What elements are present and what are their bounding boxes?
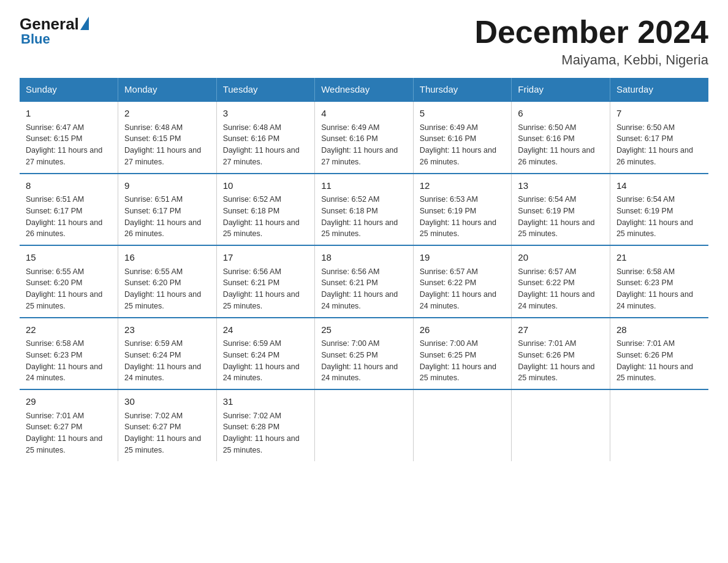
calendar-cell-2-3: 10Sunrise: 6:52 AMSunset: 6:18 PMDayligh… (216, 174, 315, 246)
calendar-cell-4-7: 28Sunrise: 7:01 AMSunset: 6:26 PMDayligh… (610, 318, 708, 390)
calendar-week-4: 22Sunrise: 6:58 AMSunset: 6:23 PMDayligh… (20, 318, 708, 390)
day-number: 15 (26, 251, 112, 265)
day-number: 29 (26, 395, 112, 409)
day-number: 8 (26, 179, 112, 193)
calendar-cell-5-5 (413, 389, 512, 461)
day-info: Sunrise: 6:55 AMSunset: 6:20 PMDaylight:… (124, 266, 210, 312)
calendar-cell-4-3: 24Sunrise: 6:59 AMSunset: 6:24 PMDayligh… (216, 318, 315, 390)
calendar-cell-4-4: 25Sunrise: 7:00 AMSunset: 6:25 PMDayligh… (315, 318, 414, 390)
calendar-cell-2-1: 8Sunrise: 6:51 AMSunset: 6:17 PMDaylight… (20, 174, 118, 246)
day-number: 24 (223, 323, 309, 337)
calendar-cell-5-1: 29Sunrise: 7:01 AMSunset: 6:27 PMDayligh… (20, 389, 118, 461)
day-info: Sunrise: 6:51 AMSunset: 6:17 PMDaylight:… (124, 194, 210, 240)
day-number: 27 (518, 323, 604, 337)
day-info: Sunrise: 6:48 AMSunset: 6:16 PMDaylight:… (223, 122, 309, 168)
day-number: 1 (26, 107, 112, 121)
day-info: Sunrise: 6:54 AMSunset: 6:19 PMDaylight:… (616, 194, 702, 240)
calendar-week-3: 15Sunrise: 6:55 AMSunset: 6:20 PMDayligh… (20, 245, 708, 318)
calendar-cell-2-5: 12Sunrise: 6:53 AMSunset: 6:19 PMDayligh… (413, 174, 512, 246)
calendar-title: December 2024 (474, 15, 708, 50)
header-thursday: Thursday (413, 78, 512, 101)
calendar-cell-1-3: 3Sunrise: 6:48 AMSunset: 6:16 PMDaylight… (216, 101, 315, 174)
header-wednesday: Wednesday (315, 78, 414, 101)
calendar-cell-1-7: 7Sunrise: 6:50 AMSunset: 6:17 PMDaylight… (610, 101, 708, 174)
day-info: Sunrise: 6:49 AMSunset: 6:16 PMDaylight:… (420, 122, 506, 168)
calendar-cell-1-5: 5Sunrise: 6:49 AMSunset: 6:16 PMDaylight… (413, 101, 512, 174)
day-number: 18 (321, 251, 407, 265)
day-number: 4 (321, 107, 407, 121)
day-number: 30 (124, 395, 210, 409)
day-number: 17 (223, 251, 309, 265)
day-number: 2 (124, 107, 210, 121)
day-number: 14 (616, 179, 702, 193)
page-header: General Blue December 2024 Maiyama, Kebb… (20, 15, 708, 68)
day-info: Sunrise: 6:57 AMSunset: 6:22 PMDaylight:… (420, 266, 506, 312)
day-number: 19 (420, 251, 506, 265)
day-info: Sunrise: 6:53 AMSunset: 6:19 PMDaylight:… (420, 194, 506, 240)
calendar-cell-1-6: 6Sunrise: 6:50 AMSunset: 6:16 PMDaylight… (512, 101, 610, 174)
calendar-cell-4-1: 22Sunrise: 6:58 AMSunset: 6:23 PMDayligh… (20, 318, 118, 390)
logo: General Blue (20, 15, 89, 47)
day-info: Sunrise: 6:59 AMSunset: 6:24 PMDaylight:… (124, 338, 210, 384)
calendar-cell-3-4: 18Sunrise: 6:56 AMSunset: 6:21 PMDayligh… (315, 245, 414, 318)
day-info: Sunrise: 6:52 AMSunset: 6:18 PMDaylight:… (223, 194, 309, 240)
day-info: Sunrise: 6:56 AMSunset: 6:21 PMDaylight:… (321, 266, 407, 312)
calendar-table: SundayMondayTuesdayWednesdayThursdayFrid… (20, 78, 708, 461)
title-block: December 2024 Maiyama, Kebbi, Nigeria (474, 15, 708, 68)
calendar-cell-3-7: 21Sunrise: 6:58 AMSunset: 6:23 PMDayligh… (610, 245, 708, 318)
calendar-cell-3-3: 17Sunrise: 6:56 AMSunset: 6:21 PMDayligh… (216, 245, 315, 318)
day-info: Sunrise: 6:55 AMSunset: 6:20 PMDaylight:… (26, 266, 112, 312)
calendar-week-5: 29Sunrise: 7:01 AMSunset: 6:27 PMDayligh… (20, 389, 708, 461)
day-info: Sunrise: 7:00 AMSunset: 6:25 PMDaylight:… (420, 338, 506, 384)
calendar-cell-2-2: 9Sunrise: 6:51 AMSunset: 6:17 PMDaylight… (118, 174, 217, 246)
day-info: Sunrise: 6:50 AMSunset: 6:16 PMDaylight:… (518, 122, 604, 168)
day-number: 3 (223, 107, 309, 121)
calendar-cell-2-6: 13Sunrise: 6:54 AMSunset: 6:19 PMDayligh… (512, 174, 610, 246)
day-number: 9 (124, 179, 210, 193)
day-info: Sunrise: 6:50 AMSunset: 6:17 PMDaylight:… (616, 122, 702, 168)
calendar-header-row: SundayMondayTuesdayWednesdayThursdayFrid… (20, 78, 708, 101)
calendar-cell-4-2: 23Sunrise: 6:59 AMSunset: 6:24 PMDayligh… (118, 318, 217, 390)
day-number: 11 (321, 179, 407, 193)
calendar-cell-2-7: 14Sunrise: 6:54 AMSunset: 6:19 PMDayligh… (610, 174, 708, 246)
calendar-cell-3-2: 16Sunrise: 6:55 AMSunset: 6:20 PMDayligh… (118, 245, 217, 318)
day-number: 7 (616, 107, 702, 121)
calendar-cell-4-6: 27Sunrise: 7:01 AMSunset: 6:26 PMDayligh… (512, 318, 610, 390)
calendar-week-1: 1Sunrise: 6:47 AMSunset: 6:15 PMDaylight… (20, 101, 708, 174)
day-number: 10 (223, 179, 309, 193)
calendar-cell-2-4: 11Sunrise: 6:52 AMSunset: 6:18 PMDayligh… (315, 174, 414, 246)
day-info: Sunrise: 6:48 AMSunset: 6:15 PMDaylight:… (124, 122, 210, 168)
calendar-cell-1-4: 4Sunrise: 6:49 AMSunset: 6:16 PMDaylight… (315, 101, 414, 174)
day-info: Sunrise: 7:01 AMSunset: 6:27 PMDaylight:… (26, 410, 112, 456)
header-sunday: Sunday (20, 78, 118, 101)
day-info: Sunrise: 6:58 AMSunset: 6:23 PMDaylight:… (26, 338, 112, 384)
day-number: 25 (321, 323, 407, 337)
calendar-cell-3-6: 20Sunrise: 6:57 AMSunset: 6:22 PMDayligh… (512, 245, 610, 318)
day-number: 13 (518, 179, 604, 193)
day-info: Sunrise: 6:54 AMSunset: 6:19 PMDaylight:… (518, 194, 604, 240)
day-info: Sunrise: 6:57 AMSunset: 6:22 PMDaylight:… (518, 266, 604, 312)
day-info: Sunrise: 7:01 AMSunset: 6:26 PMDaylight:… (616, 338, 702, 384)
day-info: Sunrise: 6:59 AMSunset: 6:24 PMDaylight:… (223, 338, 309, 384)
calendar-cell-4-5: 26Sunrise: 7:00 AMSunset: 6:25 PMDayligh… (413, 318, 512, 390)
calendar-week-2: 8Sunrise: 6:51 AMSunset: 6:17 PMDaylight… (20, 174, 708, 246)
day-info: Sunrise: 7:02 AMSunset: 6:28 PMDaylight:… (223, 410, 309, 456)
calendar-cell-5-6 (512, 389, 610, 461)
header-saturday: Saturday (610, 78, 708, 101)
day-info: Sunrise: 6:58 AMSunset: 6:23 PMDaylight:… (616, 266, 702, 312)
calendar-cell-5-3: 31Sunrise: 7:02 AMSunset: 6:28 PMDayligh… (216, 389, 315, 461)
day-info: Sunrise: 6:56 AMSunset: 6:21 PMDaylight:… (223, 266, 309, 312)
calendar-cell-5-4 (315, 389, 414, 461)
day-number: 23 (124, 323, 210, 337)
day-number: 26 (420, 323, 506, 337)
day-number: 5 (420, 107, 506, 121)
day-info: Sunrise: 7:01 AMSunset: 6:26 PMDaylight:… (518, 338, 604, 384)
calendar-cell-1-2: 2Sunrise: 6:48 AMSunset: 6:15 PMDaylight… (118, 101, 217, 174)
day-number: 21 (616, 251, 702, 265)
day-info: Sunrise: 7:00 AMSunset: 6:25 PMDaylight:… (321, 338, 407, 384)
calendar-cell-3-1: 15Sunrise: 6:55 AMSunset: 6:20 PMDayligh… (20, 245, 118, 318)
day-info: Sunrise: 6:47 AMSunset: 6:15 PMDaylight:… (26, 122, 112, 168)
calendar-cell-1-1: 1Sunrise: 6:47 AMSunset: 6:15 PMDaylight… (20, 101, 118, 174)
logo-triangle-icon (80, 17, 89, 30)
day-info: Sunrise: 6:51 AMSunset: 6:17 PMDaylight:… (26, 194, 112, 240)
